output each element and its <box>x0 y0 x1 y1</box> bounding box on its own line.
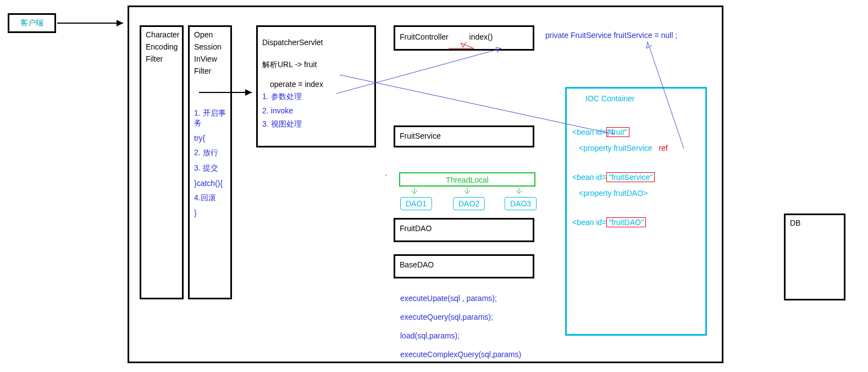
osiv-l4: Filter <box>194 67 226 75</box>
bean3-id: "fruitDAO" <box>606 217 646 227</box>
bean2-id: "fruitService" <box>606 172 655 182</box>
osiv-s3: 2. 放行 <box>194 148 226 158</box>
method-3: load(sql,params); <box>400 331 460 340</box>
fc-name: FruitController <box>400 32 449 41</box>
svg-marker-1 <box>117 20 123 26</box>
ioc-title: IOC Container <box>585 94 700 103</box>
method-2: executeQuery(sql,params); <box>400 313 493 321</box>
fruit-service-decl: private FruitService fruitService = null… <box>545 31 716 40</box>
osiv-s5: }catch(){ <box>194 179 226 188</box>
ds-op: operate = index <box>270 80 370 89</box>
osiv-s6: 4.回滚 <box>194 193 226 203</box>
dao3-box: DAO3 <box>505 197 537 210</box>
cef-l2: Encoding <box>146 42 178 51</box>
bd-label: BaseDAO <box>400 260 434 269</box>
fruit-service: FruitService <box>394 125 534 147</box>
cef-l1: Character <box>146 30 178 39</box>
bean1-pre: <bean id= <box>572 128 606 136</box>
db-box: DB <box>784 214 845 300</box>
base-dao: BaseDAO <box>394 254 534 278</box>
method-4: executeComplexQuery(sql,params) <box>400 350 521 359</box>
prop2: <property fruitDAO> <box>579 189 700 198</box>
dot: . <box>385 168 387 177</box>
ds-title: DispatcherServlet <box>262 38 370 47</box>
ds-s1: 1. 参数处理 <box>262 92 370 102</box>
osiv-s2: try{ <box>194 134 226 143</box>
osiv-s1: 1. 开启事务 <box>194 108 226 128</box>
fruit-dao: FruitDAO <box>394 218 534 242</box>
fruit-controller: FruitController index() <box>394 25 534 51</box>
dao1-box: DAO1 <box>400 197 432 210</box>
method-1: executeUpate(sql , params); <box>400 294 497 303</box>
osiv-filter: Open Session InView Filter 1. 开启事务 try{ … <box>188 25 232 299</box>
tl-label: ThreadLocal <box>446 176 489 184</box>
osiv-l2: Session <box>194 42 226 51</box>
bean2-pre: <bean id= <box>572 173 606 182</box>
threadlocal-box: ThreadLocal <box>399 172 535 187</box>
ds-url: 解析URL -> fruit <box>262 60 370 70</box>
ds-s2: 2. invoke <box>262 106 370 115</box>
client-label: 客户端 <box>20 18 43 27</box>
osiv-s7: } <box>194 209 226 217</box>
osiv-s4: 3. 提交 <box>194 163 226 173</box>
bean3-pre: <bean id= <box>572 218 606 227</box>
char-encoding-filter: Character Encoding Filter <box>140 25 184 299</box>
fs-label: FruitService <box>400 132 441 140</box>
ds-s3: 3. 视图处理 <box>262 119 370 129</box>
dao2-box: DAO2 <box>453 197 485 210</box>
fd-label: FruitDAO <box>400 224 432 233</box>
fc-method: index() <box>469 32 493 41</box>
osiv-l3: InView <box>194 54 226 63</box>
prop1: <property fruitService <box>579 144 652 152</box>
cef-l3: Filter <box>146 54 178 63</box>
ref-label: ref <box>659 144 667 152</box>
dispatcher-servlet: DispatcherServlet 解析URL -> fruit operate… <box>256 25 376 147</box>
ioc-container: IOC Container <bean id="fruit" <property… <box>565 87 707 336</box>
osiv-l1: Open <box>194 30 226 39</box>
bean1-id: "fruit" <box>606 127 629 137</box>
client-box: 客户端 <box>8 13 56 33</box>
db-label: DB <box>790 218 800 227</box>
